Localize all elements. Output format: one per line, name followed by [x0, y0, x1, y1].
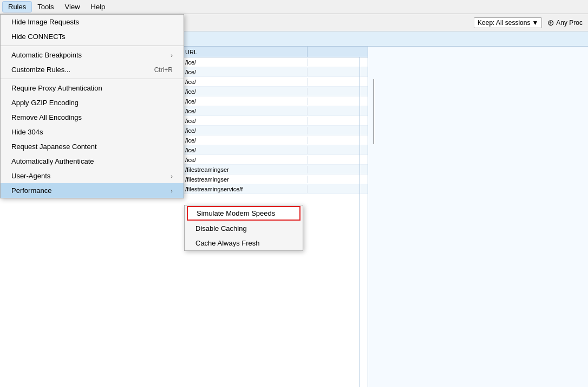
menu-view[interactable]: View [60, 2, 86, 12]
menu-item-user-agents[interactable]: User-Agents › [1, 169, 184, 183]
remove-encodings-label: Remove All Encodings [11, 113, 82, 121]
auto-breakpoints-label: Automatic Breakpoints [11, 51, 82, 59]
menu-item-request-japanese[interactable]: Request Japanese Content [1, 139, 184, 154]
require-proxy-label: Require Proxy Authentication [11, 84, 102, 92]
performance-label: Performance [11, 186, 51, 195]
any-process-label: Any Proc [556, 19, 583, 27]
arrow-right-icon: › [171, 52, 173, 59]
submenu-item-disable-caching[interactable]: Disable Caching [185, 221, 303, 236]
performance-submenu: Simulate Modem Speeds Disable Caching Ca… [184, 205, 303, 251]
auto-authenticate-label: Automatically Authenticate [11, 157, 94, 165]
menu-help[interactable]: Help [86, 2, 111, 12]
customize-rules-shortcut: Ctrl+R [154, 66, 173, 74]
customize-rules-label: Customize Rules... [11, 66, 70, 74]
menu-item-customize-rules[interactable]: Customize Rules... Ctrl+R [1, 62, 184, 77]
separator-2 [1, 79, 184, 79]
simulate-modem-label: Simulate Modem Speeds [197, 209, 275, 217]
request-japanese-label: Request Japanese Content [11, 143, 97, 151]
menu-item-apply-gzip[interactable]: Apply GZIP Encoding [1, 95, 184, 110]
menu-item-auto-authenticate[interactable]: Automatically Authenticate [1, 154, 184, 169]
separator-1 [1, 46, 184, 46]
performance-arrow-icon: › [171, 188, 173, 194]
menu-item-require-proxy[interactable]: Require Proxy Authentication [1, 81, 184, 95]
menu-item-hide-304s[interactable]: Hide 304s [1, 125, 184, 139]
submenu-item-cache-always-fresh[interactable]: Cache Always Fresh [185, 236, 303, 250]
menu-item-hide-image[interactable]: Hide Image Requests [1, 15, 184, 29]
submenu-item-simulate-modem[interactable]: Simulate Modem Speeds [187, 206, 300, 221]
menu-item-remove-encodings[interactable]: Remove All Encodings [1, 110, 184, 125]
chevron-down-icon: ▼ [532, 19, 538, 27]
menubar: Rules Tools View Help [0, 0, 588, 14]
target-icon: ⊕ [547, 18, 554, 28]
user-agents-label: User-Agents [11, 172, 50, 180]
rules-dropdown-menu: Hide Image Requests Hide CONNECTs Automa… [0, 14, 184, 198]
user-agents-arrow-icon: › [171, 173, 173, 179]
disable-caching-label: Disable Caching [195, 224, 247, 233]
any-process-btn[interactable]: ⊕ Any Proc [545, 17, 585, 29]
hide-image-label: Hide Image Requests [11, 18, 79, 26]
apply-gzip-label: Apply GZIP Encoding [11, 99, 79, 107]
menu-tools[interactable]: Tools [32, 2, 59, 12]
keep-sessions-label: Keep: All sessions [478, 19, 530, 27]
hide-304s-label: Hide 304s [11, 128, 43, 136]
menu-rules[interactable]: Rules [2, 1, 32, 12]
menu-item-auto-breakpoints[interactable]: Automatic Breakpoints › [1, 48, 184, 62]
hide-connects-label: Hide CONNECTs [11, 33, 66, 41]
col-header-url: URL [183, 47, 308, 57]
keep-sessions-dropdown[interactable]: Keep: All sessions ▼ [474, 17, 542, 28]
menu-item-performance[interactable]: Performance › [1, 183, 184, 198]
menu-item-hide-connects[interactable]: Hide CONNECTs [1, 29, 184, 44]
cache-always-fresh-label: Cache Always Fresh [195, 239, 260, 247]
right-panel [368, 47, 588, 387]
